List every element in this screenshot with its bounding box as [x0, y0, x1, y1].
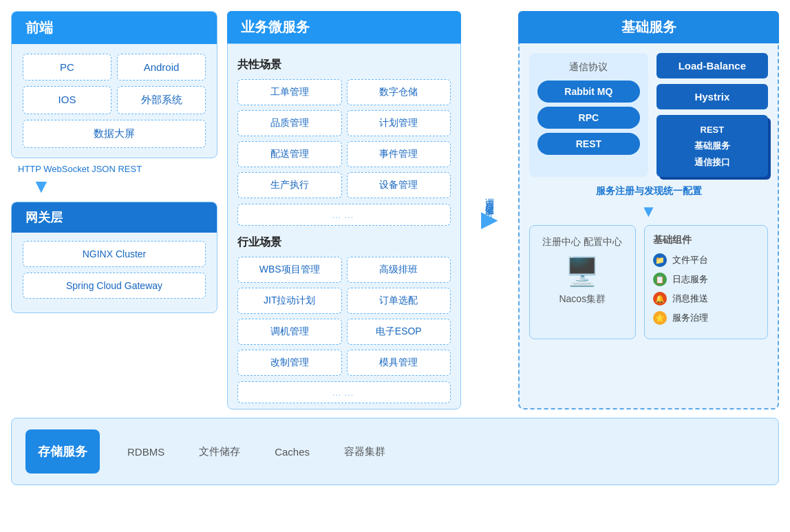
frontend-item-pc: PC — [23, 54, 111, 81]
right-infra-col: Load-Balance Hystrix REST 基础服务 通信接口 — [656, 53, 768, 177]
ind-item-0-1: 高级排班 — [347, 257, 451, 283]
frontend-item-bigscreen: 数据大屏 — [23, 120, 206, 148]
comm-rabbitmq: Rabbit MQ — [537, 81, 640, 103]
ind-item-3-1: 模具管理 — [347, 350, 451, 376]
call-arrow-text: 调用基础服务 — [484, 191, 496, 204]
svc-reg-label: 服务注册与发现统一配置 — [529, 185, 768, 198]
comp-file: 📁 文件平台 — [653, 253, 759, 267]
reg-center-label: 注册中心 配置中心 — [538, 234, 627, 249]
ind-item-3-0: 改制管理 — [237, 350, 342, 376]
file-icon: 📁 — [653, 253, 667, 267]
call-arrow-right-icon: ▶ — [481, 208, 498, 230]
comp-log: 📋 日志服务 — [653, 273, 759, 286]
gov-icon: ⭐ — [653, 311, 667, 325]
biz-item-0-0: 工单管理 — [237, 79, 342, 105]
lb-box: Load-Balance — [656, 53, 768, 78]
storage-items: RDBMS 文件储存 Caches 容器集群 — [127, 445, 765, 458]
nacos-label: Nacos集群 — [538, 293, 627, 306]
storage-container: 容器集群 — [344, 445, 385, 458]
nacos-box: 注册中心 配置中心 🖥️ Nacos集群 — [529, 225, 636, 339]
industry-items-grid: WBS项目管理 高级排班 JIT拉动计划 订单选配 调机管理 电子ESOP 改制… — [237, 257, 451, 376]
ind-item-2-0: 调机管理 — [237, 319, 342, 345]
comm-rest: REST — [537, 133, 640, 155]
protocol-label: HTTP WebSocket JSON REST — [18, 164, 142, 174]
gateway-nginx: NGINX Cluster — [23, 241, 206, 267]
storage-caches: Caches — [275, 446, 310, 458]
rest-service-box: REST 基础服务 通信接口 — [656, 115, 768, 177]
biz-item-3-0: 生产执行 — [237, 172, 342, 198]
industry-dots: …… — [237, 381, 451, 403]
gateway-section: 网关层 NGINX Cluster Spring Cloud Gateway — [11, 202, 217, 313]
components-box: 基础组件 📁 文件平台 📋 日志服务 🔔 消息推送 — [644, 225, 768, 339]
biz-item-3-1: 设备管理 — [347, 172, 451, 198]
frontend-header: 前端 — [12, 12, 217, 44]
ind-item-0-0: WBS项目管理 — [237, 257, 342, 283]
infra-header: 基础服务 — [518, 11, 779, 43]
gateway-body: NGINX Cluster Spring Cloud Gateway — [12, 233, 217, 312]
server-icon: 🖥️ — [538, 255, 627, 288]
msg-icon: 🔔 — [653, 292, 667, 306]
storage-rdbms: RDBMS — [127, 446, 164, 458]
frontend-grid: PC Android IOS 外部系统 — [23, 54, 206, 114]
comp-title: 基础组件 — [653, 234, 759, 246]
common-items-grid: 工单管理 数字仓储 品质管理 计划管理 配送管理 事件管理 生产执行 设备管理 — [237, 79, 451, 198]
common-section-title: 共性场景 — [237, 58, 451, 72]
arrow-down-icon: ▼ — [18, 177, 51, 196]
ind-item-1-1: 订单选配 — [347, 288, 451, 314]
biz-item-1-0: 品质管理 — [237, 110, 342, 136]
frontend-item-ios: IOS — [23, 86, 111, 114]
biz-item-0-1: 数字仓储 — [347, 79, 451, 105]
hystrix-box: Hystrix — [656, 84, 768, 109]
industry-section-title: 行业场景 — [237, 235, 451, 250]
comm-protocol-box: 通信协议 Rabbit MQ RPC REST — [529, 53, 648, 177]
comp-gov: ⭐ 服务治理 — [653, 311, 759, 325]
biz-item-1-1: 计划管理 — [347, 110, 451, 136]
ind-item-1-0: JIT拉动计划 — [237, 288, 342, 314]
frontend-item-android: Android — [117, 54, 206, 81]
biz-item-2-0: 配送管理 — [237, 141, 342, 167]
frontend-body: PC Android IOS 外部系统 数据大屏 — [12, 44, 217, 158]
common-dots: …… — [237, 204, 451, 226]
business-header: 业务微服务 — [227, 11, 461, 43]
gateway-header: 网关层 — [12, 202, 217, 233]
call-arrow-container: 调用基础服务 ▶ — [471, 11, 509, 409]
business-body: 共性场景 工单管理 数字仓储 品质管理 计划管理 配送管理 事件管理 生产执行 … — [227, 43, 461, 409]
comm-title: 通信协议 — [537, 61, 640, 74]
comm-rpc: RPC — [537, 107, 640, 129]
ind-item-2-1: 电子ESOP — [347, 319, 451, 345]
gateway-spring: Spring Cloud Gateway — [23, 273, 206, 299]
frontend-section: 前端 PC Android IOS 外部系统 数据大屏 — [11, 11, 217, 158]
frontend-panel: 前端 PC Android IOS 外部系统 数据大屏 HTTP WebSock… — [11, 11, 217, 409]
storage-title-box: 存储服务 — [25, 429, 100, 474]
frontend-item-external: 外部系统 — [117, 86, 206, 114]
storage-file: 文件储存 — [199, 445, 240, 458]
infra-arrow-down-icon: ▼ — [529, 202, 768, 221]
comp-msg: 🔔 消息推送 — [653, 292, 759, 306]
biz-item-2-1: 事件管理 — [347, 141, 451, 167]
infra-panel: 基础服务 通信协议 Rabbit MQ RPC REST Load-Balanc… — [518, 11, 779, 409]
log-icon: 📋 — [653, 273, 667, 286]
business-panel: 业务微服务 共性场景 工单管理 数字仓储 品质管理 计划管理 配送管理 事件管理… — [227, 11, 461, 409]
storage-row: 存储服务 RDBMS 文件储存 Caches 容器集群 — [11, 418, 779, 485]
protocol-arrow-section: HTTP WebSocket JSON REST ▼ — [11, 158, 217, 202]
infra-body: 通信协议 Rabbit MQ RPC REST Load-Balance Hys… — [518, 43, 779, 409]
